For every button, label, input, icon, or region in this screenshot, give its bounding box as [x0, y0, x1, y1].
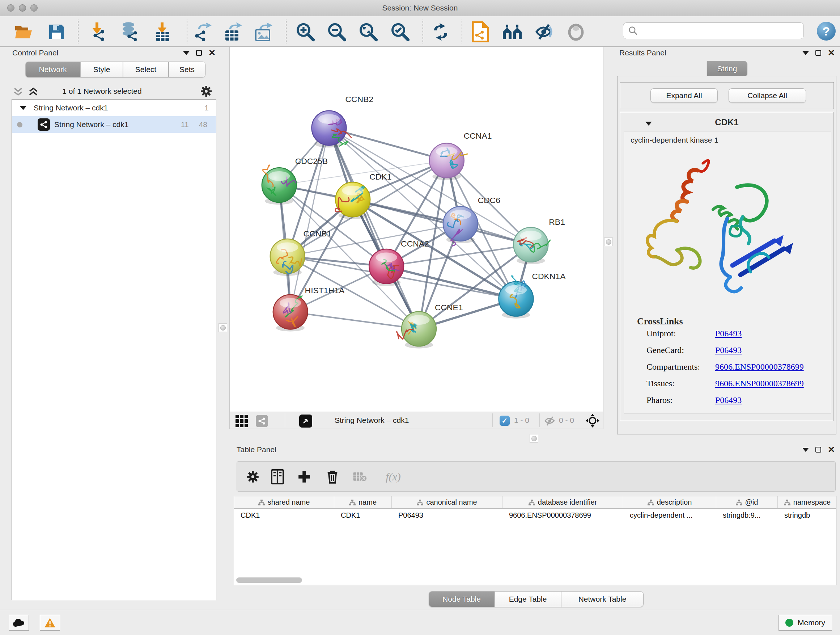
- compartments-link[interactable]: 9606.ENSP00000378699: [715, 362, 804, 372]
- right-splitter-handle[interactable]: [604, 238, 613, 246]
- new-network-from-selection-icon[interactable]: [470, 22, 491, 42]
- network-canvas[interactable]: CCNB2CCNA1CDC25BCDK1CDC6RB1CCNB1CCNA2CDK…: [229, 47, 603, 412]
- panel-menu-icon[interactable]: [183, 51, 189, 55]
- tab-select[interactable]: Select: [123, 62, 169, 78]
- panel-close-icon[interactable]: ✕: [208, 50, 216, 56]
- tab-sets[interactable]: Sets: [169, 62, 205, 78]
- network-edge-CCNB2-HIST1H1A[interactable]: [291, 128, 329, 312]
- selected-checkbox-icon[interactable]: ✓: [500, 416, 510, 426]
- pharos-link[interactable]: P06493: [715, 395, 742, 405]
- network-edge-CCNE1-HIST1H1A[interactable]: [291, 312, 419, 329]
- network-status-dot: [17, 122, 22, 127]
- expand-all-button[interactable]: Expand All: [651, 88, 718, 103]
- import-network-icon[interactable]: [88, 22, 109, 42]
- column-header[interactable]: name: [334, 496, 392, 508]
- export-image-icon[interactable]: [253, 22, 273, 42]
- panel-menu-icon[interactable]: [802, 448, 809, 452]
- show-columns-icon[interactable]: [269, 468, 286, 486]
- network-list: String Network – cdk1 1 String Network –…: [11, 99, 216, 600]
- save-session-icon[interactable]: [46, 22, 66, 42]
- node-attribute-table[interactable]: shared name name canonical name database…: [234, 496, 836, 585]
- hide-selected-icon[interactable]: [534, 22, 554, 42]
- warnings-button[interactable]: [40, 615, 60, 631]
- tab-network[interactable]: Network: [25, 62, 80, 78]
- network-edge-CDK1-RB1[interactable]: [353, 200, 531, 245]
- panel-close-icon[interactable]: ✕: [828, 50, 835, 56]
- network-collection-row[interactable]: String Network – cdk1 1: [12, 100, 216, 116]
- panel-float-icon[interactable]: [196, 50, 202, 56]
- grid-view-icon[interactable]: [235, 415, 248, 427]
- tab-style[interactable]: Style: [80, 62, 123, 78]
- import-network-from-database-icon[interactable]: [119, 22, 140, 42]
- zoom-in-icon[interactable]: [295, 22, 316, 42]
- export-table-icon[interactable]: [223, 22, 243, 42]
- network-node-label: CCNA1: [464, 131, 492, 141]
- toolbar-separator: [286, 19, 286, 43]
- show-all-icon[interactable]: [566, 22, 586, 42]
- window-title: Session: New Session: [0, 4, 840, 12]
- add-column-icon[interactable]: [295, 468, 313, 486]
- column-header[interactable]: namespace: [778, 496, 836, 508]
- uniprot-link[interactable]: P06493: [715, 329, 742, 339]
- zoom-out-icon[interactable]: [327, 22, 347, 42]
- export-network-icon[interactable]: [192, 22, 212, 42]
- network-edge-CCNB2-CCNE1[interactable]: [329, 128, 419, 329]
- function-builder-icon[interactable]: f(x): [379, 468, 408, 486]
- table-options-gear-icon[interactable]: [244, 468, 262, 486]
- memory-status-dot: [785, 619, 793, 627]
- toolbar-separator: [423, 19, 423, 43]
- open-session-icon[interactable]: [14, 22, 34, 42]
- birds-eye-view-icon[interactable]: [299, 415, 312, 428]
- crosslink-label: Pharos:: [646, 395, 673, 405]
- panel-float-icon[interactable]: [815, 50, 821, 56]
- pan-crosshair-icon[interactable]: [586, 414, 600, 428]
- first-neighbors-icon[interactable]: [502, 22, 523, 42]
- panel-close-icon[interactable]: ✕: [828, 447, 835, 453]
- zoom-fit-icon[interactable]: [358, 22, 378, 42]
- genecard-link[interactable]: P06493: [715, 345, 742, 355]
- network-edge-count: 48: [199, 120, 207, 129]
- collapse-all-button[interactable]: Collapse All: [729, 88, 806, 103]
- control-panel-title: Control Panel: [12, 49, 58, 57]
- hidden-count: 0 - 0: [559, 416, 574, 424]
- column-header[interactable]: database identifier: [502, 496, 623, 508]
- panel-float-icon[interactable]: [815, 447, 821, 453]
- network-row-selected[interactable]: String Network – cdk1 11 48: [12, 116, 216, 133]
- apply-layout-icon[interactable]: [431, 22, 451, 42]
- network-node-label: CCNA2: [401, 239, 429, 249]
- section-node-name: CDK1: [620, 117, 834, 127]
- panel-menu-icon[interactable]: [802, 51, 809, 55]
- delete-table-icon[interactable]: [351, 468, 369, 486]
- network-share-icon[interactable]: [256, 415, 268, 427]
- column-header[interactable]: @id: [716, 496, 778, 508]
- left-splitter-handle[interactable]: [218, 323, 227, 332]
- zoom-selected-icon[interactable]: [390, 22, 410, 42]
- search-input[interactable]: [638, 24, 804, 38]
- collection-expand-icon[interactable]: [20, 106, 27, 110]
- tissues-link[interactable]: 9606.ENSP00000378699: [715, 379, 804, 388]
- network-node-label: CCNE1: [435, 302, 463, 312]
- network-options-gear-icon[interactable]: [200, 85, 213, 98]
- network-node-label: CDK1: [369, 172, 392, 181]
- search-icon: [628, 26, 638, 35]
- delete-column-icon[interactable]: [324, 468, 341, 486]
- column-header[interactable]: canonical name: [392, 496, 502, 508]
- import-table-icon[interactable]: [152, 22, 172, 42]
- table-header-row: shared name name canonical name database…: [234, 496, 836, 509]
- table-row[interactable]: CDK1 CDK1 P06493 9606.ENSP00000378699 cy…: [234, 509, 836, 522]
- network-view-title: String Network – cdk1: [335, 416, 409, 424]
- tab-string[interactable]: String: [707, 61, 747, 77]
- bottom-splitter-handle[interactable]: [530, 434, 538, 443]
- tab-network-table[interactable]: Network Table: [561, 591, 644, 607]
- memory-button[interactable]: Memory: [778, 615, 832, 631]
- tab-edge-table[interactable]: Edge Table: [494, 591, 561, 607]
- crosslink-label: Uniprot:: [646, 329, 676, 339]
- column-header[interactable]: description: [623, 496, 716, 508]
- column-header[interactable]: shared name: [234, 496, 334, 508]
- tab-node-table[interactable]: Node Table: [429, 591, 494, 607]
- hidden-eye-icon[interactable]: [544, 416, 556, 426]
- help-icon[interactable]: ?: [817, 22, 836, 41]
- horizontal-scrollbar[interactable]: [236, 578, 302, 583]
- table-panel: Table Panel ✕ f(x) shared name name cano…: [227, 443, 840, 610]
- cloud-status-button[interactable]: [9, 615, 29, 631]
